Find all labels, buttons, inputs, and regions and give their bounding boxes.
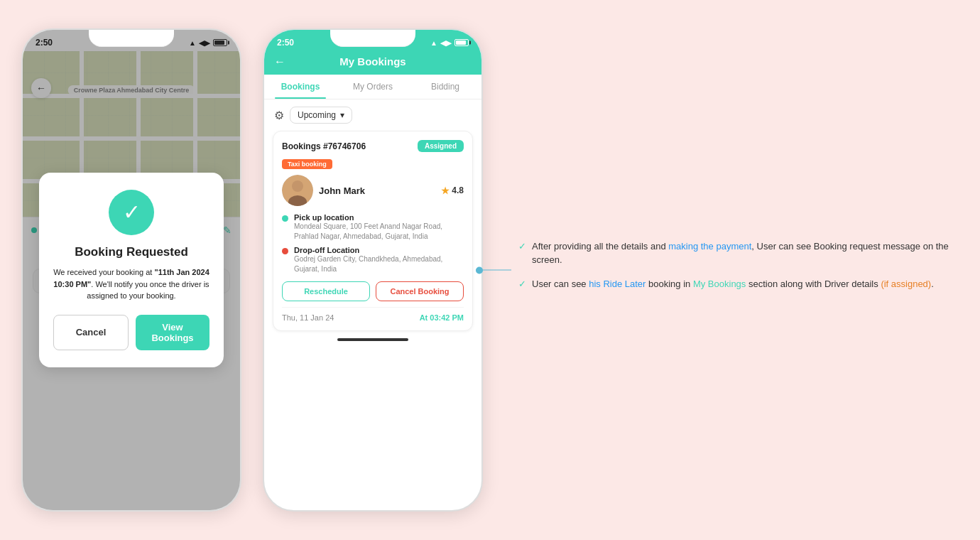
annotation-item-2: ✓ User can see his Ride Later booking in… (518, 277, 952, 291)
right-phone: 2:50 ▲ ◀▶ ← My Bookings Bookings My Orde… (263, 28, 483, 512)
pickup-location-label: Pick up location (294, 213, 464, 222)
check-icon-1: ✓ (518, 241, 526, 252)
upcoming-dropdown[interactable]: Upcoming ▾ (290, 107, 352, 124)
status-icons-right: ▲ ◀▶ (430, 39, 469, 47)
svg-point-1 (292, 180, 303, 192)
reschedule-button[interactable]: Reschedule (282, 281, 370, 301)
modal-description: We received your booking at "11th Jan 20… (53, 266, 209, 302)
wifi-icon-right: ▲ (430, 39, 437, 47)
battery-icon-right (454, 39, 469, 46)
driver-row: John Mark ★ 4.8 (282, 175, 464, 206)
booking-footer: Thu, 11 Jan 24 At 03:42 PM (282, 307, 464, 322)
annotation-item-1: ✓ After providing all the details and ma… (518, 239, 952, 267)
booking-card: Bookings #76746706 Assigned Taxi booking… (273, 131, 473, 331)
tabs-bar: Bookings My Orders Bidding (264, 75, 481, 99)
annotation-section: ✓ After providing all the details and ma… (504, 225, 959, 315)
left-phone: 2:50 ▲ ◀▶ ← Crowne Plaza Ahmedabad City … (21, 28, 241, 512)
assigned-badge: Assigned (418, 140, 464, 152)
header-title: My Bookings (339, 55, 405, 68)
star-icon: ★ (441, 185, 450, 196)
my-bookings-header: ← My Bookings (264, 51, 481, 75)
modal-buttons: Cancel View Bookings (53, 315, 209, 350)
check-icon-2: ✓ (518, 279, 526, 289)
annotation-text-2: User can see his Ride Later booking in M… (532, 277, 934, 291)
checkmark-icon: ✓ (123, 202, 141, 223)
tab-bookings[interactable]: Bookings (264, 75, 337, 99)
tab-bidding[interactable]: Bidding (409, 75, 481, 99)
modal-desc-prefix: We received your booking at (53, 268, 154, 276)
booking-id: Bookings #76746706 (282, 141, 366, 151)
booking-type-badge: Taxi booking (282, 159, 332, 169)
dropoff-dot-red (282, 248, 288, 254)
time-right: 2:50 (277, 38, 294, 48)
booking-date: Thu, 11 Jan 24 (282, 313, 334, 322)
driver-avatar (282, 175, 313, 206)
pickup-location-address: Mondeal Square, 100 Feet Anand Nagar Roa… (294, 222, 464, 242)
action-buttons: Reschedule Cancel Booking (282, 281, 464, 301)
booking-requested-modal: ✓ Booking Requested We received your boo… (39, 173, 224, 367)
driver-name: John Mark (319, 185, 435, 196)
booking-time: At 03:42 PM (420, 313, 464, 322)
booking-card-header: Bookings #76746706 Assigned (282, 140, 464, 152)
filter-icon[interactable]: ⚙ (274, 109, 284, 122)
dropoff-location-address: Godrej Garden City, Chandkheda, Ahmedaba… (294, 254, 464, 274)
dropoff-row: Drop-off Location Godrej Garden City, Ch… (282, 246, 464, 274)
pickup-row: Pick up location Mondeal Square, 100 Fee… (282, 213, 464, 242)
cancel-booking-button[interactable]: Cancel Booking (376, 281, 464, 301)
filter-row: ⚙ Upcoming ▾ (264, 99, 481, 131)
pickup-dot-green (282, 215, 288, 222)
connector-circle (476, 267, 483, 274)
connector-line (476, 270, 511, 271)
driver-rating: ★ 4.8 (441, 185, 464, 196)
modal-desc-suffix: . We'll notify you once the driver is as… (87, 280, 209, 301)
notch-right (330, 30, 415, 47)
modal-title: Booking Requested (53, 245, 209, 259)
dropoff-location-label: Drop-off Location (294, 246, 464, 254)
connector-wrapper (476, 270, 511, 271)
notch (89, 30, 174, 47)
modal-overlay: ✓ Booking Requested We received your boo… (23, 30, 240, 510)
header-back-button[interactable]: ← (274, 55, 285, 68)
tab-my-orders[interactable]: My Orders (337, 75, 409, 99)
annotation-text-1: After providing all the details and maki… (532, 239, 952, 267)
home-indicator-right (337, 338, 408, 341)
view-bookings-button[interactable]: View Bookings (136, 315, 209, 350)
modal-cancel-button[interactable]: Cancel (53, 315, 129, 350)
success-icon-circle: ✓ (109, 190, 154, 235)
signal-icon-right: ◀▶ (440, 39, 452, 47)
